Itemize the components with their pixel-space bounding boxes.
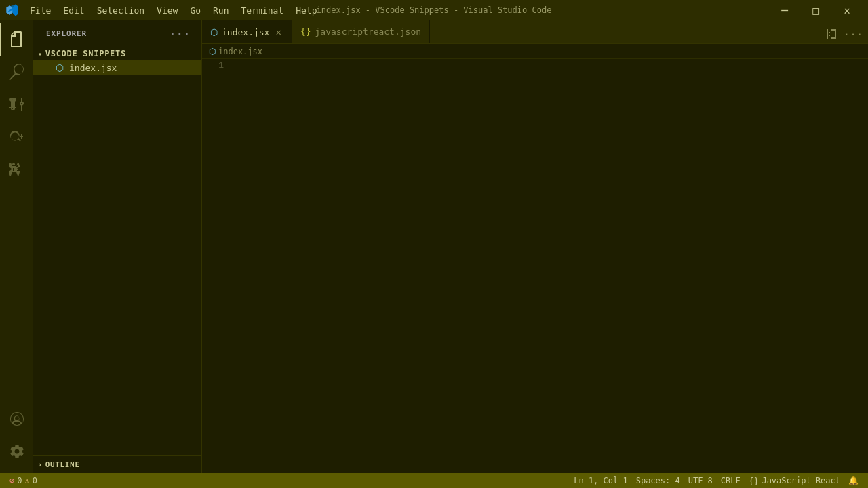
menu-bar: File Edit Selection View Go Run Terminal… [24, 4, 322, 17]
settings-activity-icon[interactable] [0, 435, 33, 468]
folder-name: VSCODE SNIPPETS [45, 49, 126, 58]
menu-file[interactable]: File [24, 4, 56, 17]
explorer-activity-icon[interactable] [0, 23, 33, 56]
cursor-position[interactable]: Ln 1, Col 1 [570, 473, 631, 488]
window-title: index.jsx - VScode Snippets - Visual Stu… [317, 5, 552, 15]
minimize-button[interactable]: ─ [769, 0, 800, 20]
error-icon: ⊘ [9, 476, 14, 485]
status-bar: ⊘ 0 ⚠ 0 Ln 1, Col 1 Spaces: 4 UTF-8 CRLF… [0, 473, 868, 488]
outline-label: OUTLINE [45, 460, 80, 469]
error-number: 0 [17, 476, 22, 485]
code-editor[interactable]: 1 [202, 59, 868, 473]
run-debug-activity-icon[interactable] [0, 121, 33, 153]
menu-edit[interactable]: Edit [58, 4, 90, 17]
json-tab-icon: {} [300, 26, 311, 37]
code-line-1 [235, 59, 868, 72]
language-icon: {} [749, 476, 760, 486]
indentation[interactable]: Spaces: 4 [632, 473, 684, 488]
editor-area: ⬡ index.jsx ✕ {} javascriptreact.json ··… [202, 20, 868, 473]
encoding[interactable]: UTF-8 [684, 473, 717, 488]
code-content[interactable] [229, 59, 868, 473]
close-button[interactable]: ✕ [831, 0, 863, 20]
folder-section: ▾ VSCODE SNIPPETS ⬡ index.jsx [33, 47, 201, 75]
more-actions-button[interactable]: ··· [844, 24, 863, 43]
menu-selection[interactable]: Selection [92, 4, 150, 17]
notification-bell-icon: 🔔 [848, 476, 859, 485]
sidebar-header: Explorer ··· [33, 20, 201, 47]
warning-icon: ⚠ [24, 476, 29, 485]
source-control-activity-icon[interactable] [0, 88, 33, 121]
sidebar-more-options-button[interactable]: ··· [166, 26, 193, 41]
outline-section: › OUTLINE [33, 455, 201, 473]
folder-header[interactable]: ▾ VSCODE SNIPPETS [33, 47, 201, 60]
jsx-file-icon: ⬡ [54, 62, 65, 73]
menu-view[interactable]: View [151, 4, 183, 17]
notifications-button[interactable]: 🔔 [844, 473, 863, 488]
file-item-index-jsx[interactable]: ⬡ index.jsx [33, 60, 201, 75]
menu-terminal[interactable]: Terminal [236, 4, 290, 17]
extensions-activity-icon[interactable] [0, 153, 33, 186]
line-number-1: 1 [202, 59, 224, 72]
language-label: JavaScript React [762, 476, 840, 485]
window-controls: ─ □ ✕ [769, 0, 863, 20]
activity-bar-bottom [0, 403, 33, 473]
outline-header[interactable]: › OUTLINE [33, 456, 201, 473]
jsx-tab-icon: ⬡ [210, 27, 218, 37]
tab-label-index-jsx: index.jsx [222, 27, 269, 37]
sidebar: Explorer ··· ▾ VSCODE SNIPPETS ⬡ index.j… [33, 20, 202, 473]
maximize-button[interactable]: □ [800, 0, 831, 20]
split-editor-button[interactable] [822, 24, 841, 43]
activity-bar [0, 20, 33, 473]
language-mode[interactable]: {} JavaScript React [745, 473, 844, 488]
tab-label-json: javascriptreact.json [315, 26, 422, 37]
chevron-down-icon: ▾ [38, 50, 43, 58]
chevron-right-icon: › [38, 461, 43, 468]
tab-close-button[interactable]: ✕ [273, 26, 283, 38]
tab-javascriptreact-json[interactable]: {} javascriptreact.json [292, 20, 430, 43]
tab-bar: ⬡ index.jsx ✕ {} javascriptreact.json ··… [202, 20, 868, 44]
warning-number: 0 [33, 476, 37, 485]
accounts-activity-icon[interactable] [0, 403, 33, 435]
menu-go[interactable]: Go [184, 4, 206, 17]
breadcrumb-file-icon: ⬡ [209, 47, 216, 56]
line-numbers: 1 [202, 59, 229, 473]
explorer-label: Explorer [46, 29, 87, 38]
tab-index-jsx[interactable]: ⬡ index.jsx ✕ [202, 20, 292, 43]
tab-actions: ··· [816, 24, 868, 43]
menu-run[interactable]: Run [208, 4, 234, 17]
breadcrumb-filename: index.jsx [218, 47, 262, 56]
search-activity-icon[interactable] [0, 56, 33, 88]
vscode-logo-icon [5, 3, 19, 17]
line-ending[interactable]: CRLF [717, 473, 745, 488]
file-name: index.jsx [69, 63, 117, 73]
error-count[interactable]: ⊘ 0 ⚠ 0 [5, 473, 41, 488]
breadcrumb: ⬡ index.jsx [202, 44, 868, 59]
main-area: Explorer ··· ▾ VSCODE SNIPPETS ⬡ index.j… [0, 20, 868, 473]
title-bar: File Edit Selection View Go Run Terminal… [0, 0, 868, 20]
